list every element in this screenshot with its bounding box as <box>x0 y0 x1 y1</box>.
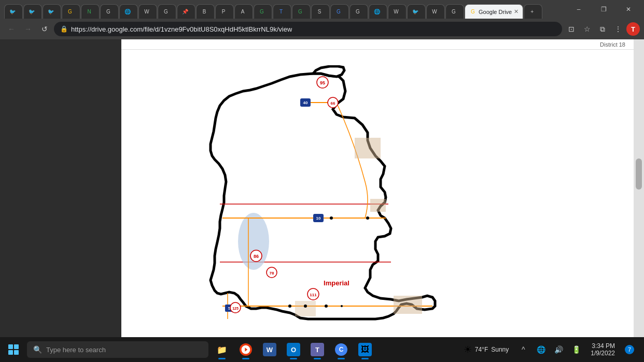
cast-button[interactable]: ⊡ <box>564 22 579 36</box>
weather-widget[interactable]: ☀ 74°F Sunny <box>459 339 513 360</box>
windows-logo <box>8 344 19 355</box>
route-86-label: 86 <box>254 254 259 259</box>
lock-icon: 🔒 <box>60 25 68 33</box>
tab-21[interactable]: W <box>388 4 407 19</box>
address-bar[interactable]: 🔒 https://drive.google.com/file/d/1vzne9… <box>54 22 562 36</box>
route-78-label: 78 <box>270 271 274 276</box>
start-button[interactable] <box>2 338 25 361</box>
page-content[interactable]: 95 40 66 10 86 <box>121 50 634 337</box>
clock-time: 3:34 PM <box>592 342 615 350</box>
scroll-thumb[interactable] <box>636 158 642 190</box>
tab-7[interactable]: 🌐 <box>119 4 138 19</box>
outlook-active-indicator <box>290 358 297 359</box>
notification-button[interactable]: 7 <box>621 338 638 361</box>
boundary-patch-4 <box>295 301 316 316</box>
photos-icon: 🖼 <box>358 343 372 356</box>
maximize-button[interactable]: ❐ <box>592 2 615 17</box>
teams-active-indicator <box>314 358 321 359</box>
taskbar: 🔍 Type here to search 📁 W O <box>0 337 644 362</box>
road-marker-1 <box>288 305 291 308</box>
edge-icon <box>240 343 252 356</box>
tab-18[interactable]: G <box>330 4 349 19</box>
toolbar-right: ⊡ ☆ ⧉ ⋮ T <box>564 22 640 36</box>
back-button[interactable]: ← <box>4 22 19 36</box>
tab-bar: 🐦 🐦 🐦 G N G 🌐 W G 📌 B P A G T G S G G 🌐 … <box>0 0 644 19</box>
notification-count: 7 <box>625 345 634 354</box>
tab-9[interactable]: G <box>158 4 176 19</box>
search-icon: 🔍 <box>33 345 42 354</box>
menu-button[interactable]: ⋮ <box>611 22 625 36</box>
district-boundary <box>211 74 435 319</box>
main-content: District 18 <box>0 39 644 337</box>
tab-2[interactable]: 🐦 <box>23 4 42 19</box>
tab-5[interactable]: N <box>81 4 100 19</box>
tab-11[interactable]: B <box>196 4 215 19</box>
network-icon[interactable]: 🌐 <box>533 339 549 360</box>
taskbar-app-edge[interactable] <box>234 338 257 361</box>
tab-19[interactable]: G <box>349 4 368 19</box>
scrollbar[interactable] <box>634 39 644 337</box>
search-placeholder: Type here to search <box>46 346 106 354</box>
profile-button[interactable]: T <box>626 22 640 36</box>
tabs-area: 🐦 🐦 🐦 G N G 🌐 W G 📌 B P A G T G S G G 🌐 … <box>4 4 563 19</box>
tab-13[interactable]: A <box>234 4 253 19</box>
road-marker-2 <box>304 305 307 308</box>
file-explorer-icon: 📁 <box>215 343 229 356</box>
clock-area[interactable]: 3:34 PM 1/9/2022 <box>586 338 619 361</box>
taskbar-app-file-explorer[interactable]: 📁 <box>211 338 233 361</box>
forward-button[interactable]: → <box>21 22 35 36</box>
taskbar-app-outlook[interactable]: O <box>282 338 305 361</box>
tab-20[interactable]: 🌐 <box>369 4 387 19</box>
extensions-button[interactable]: ⧉ <box>595 22 610 36</box>
close-button[interactable]: ✕ <box>617 2 640 17</box>
taskbar-app-teams[interactable]: T <box>306 338 329 361</box>
tab-16[interactable]: G <box>292 4 311 19</box>
boundary-patch-1 <box>355 138 381 158</box>
boundary-patch-2 <box>370 199 386 212</box>
tab-10[interactable]: 📌 <box>177 4 195 19</box>
sound-icon[interactable]: 🔊 <box>550 339 567 360</box>
taskbar-app-word[interactable]: W <box>258 338 281 361</box>
tab-4[interactable]: G <box>62 4 80 19</box>
route-95-label: 95 <box>320 80 325 85</box>
tab-22[interactable]: 🐦 <box>407 4 426 19</box>
road-marker-5 <box>366 216 369 220</box>
map-svg: 95 40 66 10 86 <box>152 65 505 324</box>
tab-1[interactable]: 🐦 <box>4 4 23 19</box>
bookmark-button[interactable]: ☆ <box>580 22 594 36</box>
taskbar-apps: 📁 W O T C <box>211 338 376 361</box>
map-container: 95 40 66 10 86 <box>152 65 505 324</box>
taskbar-app-chrome[interactable]: C <box>330 338 353 361</box>
tab-14[interactable]: G <box>254 4 272 19</box>
clock-date: 1/9/2022 <box>591 350 615 357</box>
route-111-label: 111 <box>310 293 317 297</box>
minimize-button[interactable]: – <box>567 2 590 17</box>
taskbar-app-photos[interactable]: 🖼 <box>354 338 376 361</box>
outlook-icon: O <box>287 343 300 356</box>
url-text: https://drive.google.com/file/d/1vzne9Fv… <box>71 25 292 33</box>
road-marker-3 <box>325 305 328 308</box>
window-controls: – ❐ ✕ <box>567 2 640 19</box>
tab-6[interactable]: G <box>100 4 119 19</box>
show-hidden-icons-button[interactable]: ^ <box>515 339 531 360</box>
tab-17[interactable]: S <box>311 4 330 19</box>
boundary-patch-3 <box>394 296 422 314</box>
tab-26[interactable]: + <box>524 4 542 19</box>
tab-24[interactable]: G <box>445 4 464 19</box>
road-marker-4 <box>341 305 343 307</box>
taskbar-right: ☀ 74°F Sunny ^ 🌐 🔊 🔋 3:34 PM 1/9/2022 7 <box>459 338 642 361</box>
refresh-button[interactable]: ↺ <box>37 22 52 36</box>
weather-temp: 74°F <box>475 346 488 353</box>
tab-8[interactable]: W <box>138 4 157 19</box>
route-66-label: 66 <box>331 101 335 106</box>
tab-active[interactable]: G Google Drive ✕ <box>465 4 523 19</box>
tab-23[interactable]: W <box>426 4 445 19</box>
weather-icon: ☀ <box>464 344 472 355</box>
route-125-label: 125 <box>232 307 239 310</box>
tab-12[interactable]: P <box>215 4 234 19</box>
search-bar[interactable]: 🔍 Type here to search <box>27 341 208 358</box>
road-marker-6 <box>330 216 333 220</box>
tab-3[interactable]: 🐦 <box>43 4 61 19</box>
battery-icon[interactable]: 🔋 <box>568 339 584 360</box>
tab-15[interactable]: T <box>273 4 291 19</box>
